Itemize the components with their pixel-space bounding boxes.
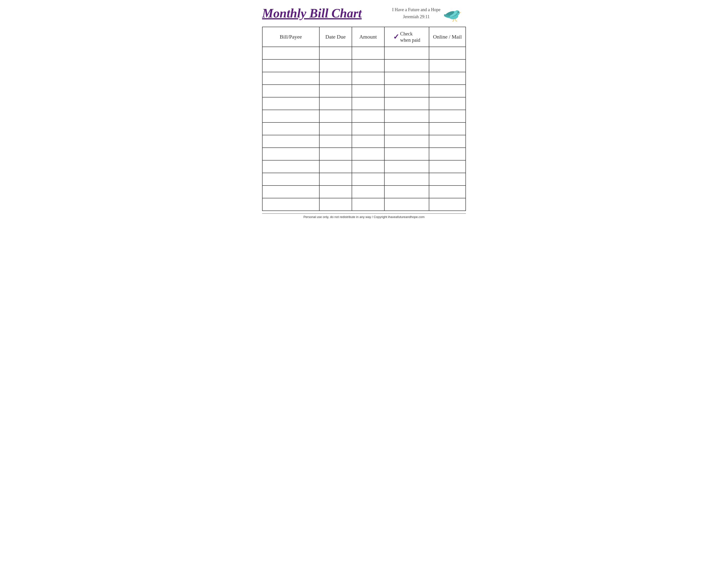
table-row <box>262 59 466 72</box>
table-cell <box>319 59 352 72</box>
table-cell <box>384 186 429 198</box>
table-cell <box>352 186 384 198</box>
table-cell <box>262 97 319 110</box>
table-cell <box>319 110 352 122</box>
bird-icon <box>444 5 466 22</box>
table-cell <box>429 97 466 110</box>
table-cell <box>384 47 429 59</box>
table-cell <box>384 85 429 97</box>
table-cell <box>429 85 466 97</box>
table-row <box>262 85 466 97</box>
table-cell <box>352 72 384 85</box>
table-cell <box>319 198 352 211</box>
bill-chart-table: Bill/Payee Date Due Amount ✓ Check when … <box>262 27 466 211</box>
svg-marker-4 <box>460 12 462 13</box>
table-cell <box>262 148 319 160</box>
table-cell <box>429 47 466 59</box>
col-header-date-due: Date Due <box>319 27 352 47</box>
table-cell <box>319 122 352 135</box>
svg-point-3 <box>459 11 459 12</box>
table-cell <box>319 47 352 59</box>
table-cell <box>262 135 319 148</box>
col-header-amount: Amount <box>352 27 384 47</box>
table-cell <box>319 186 352 198</box>
table-cell <box>429 198 466 211</box>
table-cell <box>429 186 466 198</box>
table-row <box>262 198 466 211</box>
table-cell <box>429 160 466 173</box>
table-cell <box>352 59 384 72</box>
table-row <box>262 173 466 186</box>
table-row <box>262 97 466 110</box>
table-cell <box>319 160 352 173</box>
table-cell <box>319 148 352 160</box>
table-cell <box>262 122 319 135</box>
table-cell <box>352 97 384 110</box>
table-row <box>262 110 466 122</box>
table-cell <box>319 72 352 85</box>
col-header-bill-payee: Bill/Payee <box>262 27 319 47</box>
table-cell <box>352 122 384 135</box>
table-cell <box>384 110 429 122</box>
table-cell <box>262 198 319 211</box>
table-cell <box>384 135 429 148</box>
table-cell <box>429 72 466 85</box>
table-cell <box>352 85 384 97</box>
page-title: Monthly Bill Chart <box>262 6 362 20</box>
check-when-paid-label: Check when paid <box>400 31 420 43</box>
table-cell <box>384 59 429 72</box>
table-cell <box>262 47 319 59</box>
table-cell <box>429 148 466 160</box>
col-header-online-mail: Online / Mail <box>429 27 466 47</box>
table-cell <box>319 97 352 110</box>
table-cell <box>429 59 466 72</box>
table-row <box>262 47 466 59</box>
table-cell <box>352 135 384 148</box>
table-cell <box>429 135 466 148</box>
table-cell <box>384 173 429 186</box>
table-cell <box>384 160 429 173</box>
table-row <box>262 135 466 148</box>
table-cell <box>384 97 429 110</box>
footer: Personal use only, do not redistribute i… <box>262 213 466 219</box>
table-cell <box>319 85 352 97</box>
page-header: Monthly Bill Chart I Have a Future and a… <box>262 5 466 23</box>
table-cell <box>352 47 384 59</box>
table-cell <box>352 198 384 211</box>
table-row <box>262 148 466 160</box>
table-cell <box>262 72 319 85</box>
table-cell <box>384 148 429 160</box>
svg-line-11 <box>456 19 456 21</box>
table-cell <box>384 122 429 135</box>
subtitle-text: I Have a Future and a Hope Jeremiah 29:1… <box>392 6 440 20</box>
table-cell <box>319 173 352 186</box>
table-row <box>262 186 466 198</box>
table-cell <box>262 59 319 72</box>
table-cell <box>429 110 466 122</box>
col-header-check-when-paid: ✓ Check when paid <box>384 27 429 47</box>
table-cell <box>262 173 319 186</box>
table-cell <box>319 135 352 148</box>
table-cell <box>262 85 319 97</box>
table-row <box>262 72 466 85</box>
checkmark-icon: ✓ <box>393 33 399 40</box>
table-cell <box>352 160 384 173</box>
svg-point-2 <box>458 11 459 13</box>
subtitle-area: I Have a Future and a Hope Jeremiah 29:1… <box>392 5 466 22</box>
table-cell <box>429 122 466 135</box>
table-cell <box>262 160 319 173</box>
table-row <box>262 160 466 173</box>
table-cell <box>262 110 319 122</box>
table-cell <box>262 186 319 198</box>
table-cell <box>352 173 384 186</box>
table-cell <box>384 72 429 85</box>
table-cell <box>352 110 384 122</box>
table-cell <box>352 148 384 160</box>
table-row <box>262 122 466 135</box>
table-cell <box>429 173 466 186</box>
table-cell <box>384 198 429 211</box>
table-header-row: Bill/Payee Date Due Amount ✓ Check when … <box>262 27 466 47</box>
